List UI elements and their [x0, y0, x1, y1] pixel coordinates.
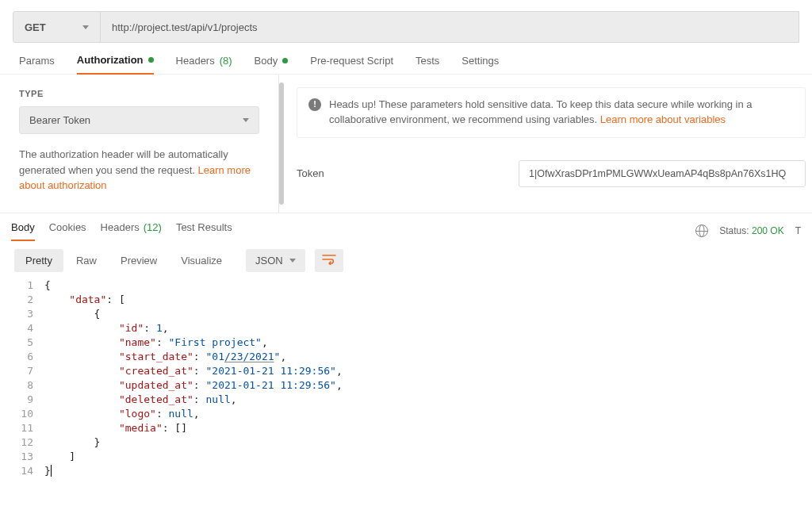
- chevron-down-icon: [82, 25, 89, 29]
- resp-tab-test-results[interactable]: Test Results: [176, 221, 232, 241]
- tab-settings[interactable]: Settings: [462, 54, 499, 74]
- resp-tab-body[interactable]: Body: [11, 221, 35, 241]
- auth-type-value: Bearer Token: [29, 114, 90, 126]
- auth-left: TYPE Bearer Token The authorization head…: [0, 75, 279, 213]
- tab-authorization[interactable]: Authorization: [77, 54, 154, 75]
- resp-tab-headers[interactable]: Headers (12): [101, 221, 162, 241]
- chevron-down-icon: [289, 259, 296, 263]
- auth-right: ! Heads up! These parameters hold sensit…: [279, 75, 812, 213]
- sensitive-data-warning: ! Heads up! These parameters hold sensit…: [297, 87, 806, 138]
- response-tabs: Body Cookies Headers (12) Test Results S…: [0, 213, 812, 241]
- line-gutter: 1234567891011121314: [0, 278, 44, 478]
- info-icon: !: [308, 98, 321, 111]
- view-preview[interactable]: Preview: [109, 249, 168, 272]
- wrap-icon: [322, 254, 336, 265]
- resp-tab-cookies[interactable]: Cookies: [49, 221, 86, 241]
- tab-prerequest[interactable]: Pre-request Script: [310, 54, 393, 74]
- url-value: http://project.test/api/v1/projects: [112, 21, 258, 33]
- format-select[interactable]: JSON: [246, 249, 305, 272]
- globe-icon[interactable]: [695, 224, 708, 237]
- auth-scrollbar[interactable]: [279, 82, 284, 205]
- auth-type-select[interactable]: Bearer Token: [19, 106, 259, 134]
- status-code: 200 OK: [752, 225, 784, 236]
- view-visualize[interactable]: Visualize: [170, 249, 233, 272]
- response-body: 1234567891011121314 { "data": [ { "id": …: [0, 278, 812, 485]
- auth-description: The authorization header will be automat…: [19, 147, 259, 194]
- response-status: Status: 200 OK T: [695, 224, 801, 237]
- code-content[interactable]: { "data": [ { "id": 1, "name": "First pr…: [44, 278, 343, 478]
- token-input[interactable]: 1|OfwXrasDPr1mPMLGWWxUeamAP4qBs8pAn76Xs1…: [519, 160, 806, 187]
- tab-params[interactable]: Params: [19, 54, 55, 74]
- token-label: Token: [297, 167, 503, 179]
- dot-indicator-icon: [148, 57, 154, 63]
- tab-headers[interactable]: Headers (8): [176, 54, 232, 74]
- url-input[interactable]: http://project.test/api/v1/projects: [101, 12, 799, 42]
- request-bar: GET http://project.test/api/v1/projects: [13, 11, 799, 43]
- tab-body[interactable]: Body: [255, 54, 289, 74]
- auth-panel: TYPE Bearer Token The authorization head…: [0, 75, 812, 213]
- wrap-lines-button[interactable]: [315, 249, 343, 272]
- method-select[interactable]: GET: [13, 12, 101, 42]
- request-tabs: Params Authorization Headers (8) Body Pr…: [0, 43, 812, 75]
- tab-tests[interactable]: Tests: [416, 54, 439, 74]
- auth-type-label: TYPE: [19, 89, 259, 98]
- method-value: GET: [25, 21, 46, 33]
- chevron-down-icon: [243, 118, 249, 122]
- dot-indicator-icon: [282, 58, 288, 63]
- view-raw[interactable]: Raw: [65, 249, 108, 272]
- view-pretty[interactable]: Pretty: [14, 249, 63, 272]
- time-prefix: T: [795, 225, 801, 236]
- response-view-bar: Pretty Raw Preview Visualize JSON: [0, 241, 812, 278]
- token-row: Token 1|OfwXrasDPr1mPMLGWWxUeamAP4qBs8pA…: [297, 160, 806, 187]
- learn-more-variables-link[interactable]: Learn more about variables: [600, 113, 726, 125]
